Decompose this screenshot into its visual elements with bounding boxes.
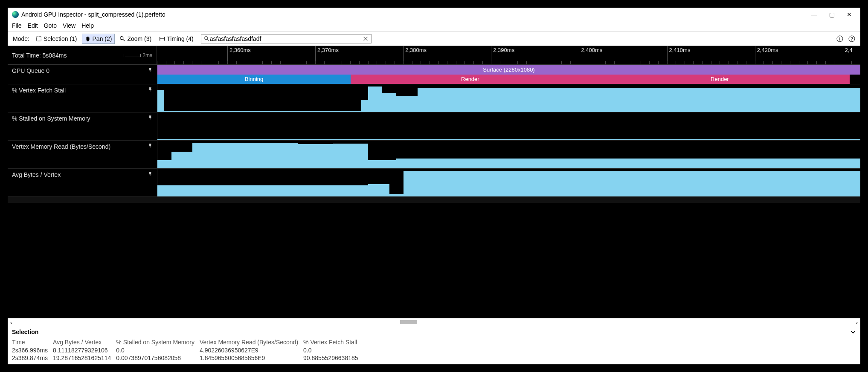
hand-icon bbox=[85, 36, 91, 42]
metric-chart[interactable] bbox=[157, 169, 860, 196]
total-time-label: Total Time: 5s084ms bbox=[12, 52, 67, 59]
pin-icon[interactable] bbox=[148, 87, 153, 92]
search-icon bbox=[204, 36, 210, 42]
scrollbar-thumb[interactable] bbox=[400, 320, 417, 324]
menu-help[interactable]: Help bbox=[81, 22, 94, 29]
table-row[interactable]: 2s366.996ms8.1111827793291060.04.9022603… bbox=[12, 346, 363, 354]
app-window: Android GPU Inspector - split_compressed… bbox=[8, 8, 860, 364]
timeline-area[interactable]: Total Time: 5s084ms 2ms 2,360ms2,370ms2,… bbox=[8, 46, 860, 318]
track-label: % Stalled on System Memory bbox=[12, 115, 90, 122]
menu-file[interactable]: File bbox=[12, 22, 22, 29]
pin-icon[interactable] bbox=[148, 171, 153, 176]
gpu-queue-content[interactable]: Surface (2280x1080) BinningRenderRender bbox=[157, 65, 860, 84]
metric-chart[interactable] bbox=[157, 112, 860, 140]
svg-text:?: ? bbox=[851, 37, 853, 41]
track-label: Avg Bytes / Vertex bbox=[12, 171, 61, 178]
track-label: Vertex Memory Read (Bytes/Second) bbox=[12, 143, 110, 150]
metric-chart[interactable] bbox=[157, 84, 860, 112]
selection-panel: Selection TimeAvg Bytes / Vertex% Stalle… bbox=[8, 326, 860, 364]
menu-view[interactable]: View bbox=[63, 22, 75, 29]
info-button[interactable] bbox=[835, 34, 845, 44]
window-title: Android GPU Inspector - split_compressed… bbox=[21, 11, 811, 18]
tracks-bottom-gap bbox=[8, 197, 860, 203]
mode-label: Mode: bbox=[11, 35, 31, 42]
minimize-button[interactable]: — bbox=[811, 11, 817, 18]
time-ruler-row: Total Time: 5s084ms 2ms 2,360ms2,370ms2,… bbox=[8, 46, 860, 65]
pin-icon[interactable] bbox=[148, 115, 153, 120]
svg-line-7 bbox=[207, 39, 209, 41]
column-header[interactable]: Time bbox=[12, 338, 53, 346]
maximize-button[interactable]: ▢ bbox=[829, 11, 835, 18]
help-button[interactable]: ? bbox=[847, 34, 857, 44]
close-button[interactable]: ✕ bbox=[847, 11, 852, 18]
search-input[interactable] bbox=[210, 35, 363, 42]
toolbar: Mode: Selection (1) Pan (2) Zoom (3) Tim… bbox=[8, 32, 860, 46]
horizontal-scrollbar[interactable]: ‹ › bbox=[8, 318, 860, 326]
zoom-icon bbox=[119, 36, 125, 42]
menu-goto[interactable]: Goto bbox=[44, 22, 57, 29]
pin-icon[interactable] bbox=[148, 143, 153, 148]
svg-point-1 bbox=[120, 37, 123, 40]
titlebar: Android GPU Inspector - split_compressed… bbox=[8, 8, 860, 21]
track-gpu-queue: GPU Queue 0 Surface (2280x1080) BinningR… bbox=[8, 65, 860, 84]
surface-segment[interactable]: Surface (2280x1080) bbox=[157, 65, 860, 75]
timing-icon bbox=[159, 36, 165, 42]
window-controls: — ▢ ✕ bbox=[811, 11, 856, 18]
svg-line-2 bbox=[123, 39, 125, 41]
column-header[interactable]: % Vertex Fetch Stall bbox=[303, 338, 363, 346]
mode-selection[interactable]: Selection (1) bbox=[33, 34, 80, 44]
queue-segment[interactable]: Binning bbox=[157, 75, 351, 84]
selection-icon bbox=[36, 36, 42, 42]
track-label: GPU Queue 0 bbox=[12, 67, 49, 74]
svg-point-6 bbox=[204, 37, 207, 40]
table-row[interactable]: 2s389.874ms19.2871652816251140.007389701… bbox=[12, 354, 363, 362]
svg-point-12 bbox=[839, 37, 840, 38]
column-header[interactable]: Vertex Memory Read (Bytes/Second) bbox=[200, 338, 303, 346]
scroll-right-icon[interactable]: › bbox=[856, 319, 858, 326]
clear-search-icon[interactable] bbox=[363, 36, 369, 42]
mode-pan[interactable]: Pan (2) bbox=[82, 34, 115, 44]
column-header[interactable]: Avg Bytes / Vertex bbox=[53, 338, 116, 346]
menu-edit[interactable]: Edit bbox=[28, 22, 38, 29]
mode-timing[interactable]: Timing (4) bbox=[156, 34, 197, 44]
selection-title: Selection bbox=[12, 329, 38, 335]
track-row: Vertex Memory Read (Bytes/Second) bbox=[8, 141, 860, 169]
track-label: % Vertex Fetch Stall bbox=[12, 87, 66, 94]
app-icon bbox=[12, 11, 19, 18]
svg-rect-0 bbox=[37, 37, 41, 41]
collapse-icon[interactable] bbox=[850, 329, 856, 335]
queue-segment[interactable]: Render bbox=[351, 75, 589, 84]
queue-segment[interactable]: Render bbox=[590, 75, 850, 84]
track-row: Avg Bytes / Vertex bbox=[8, 169, 860, 197]
time-ruler[interactable]: 2,360ms2,370ms2,380ms2,390ms2,400ms2,410… bbox=[157, 46, 860, 65]
scale-indicator: 2ms bbox=[124, 52, 152, 58]
column-header[interactable]: % Stalled on System Memory bbox=[116, 338, 200, 346]
selection-table: TimeAvg Bytes / Vertex% Stalled on Syste… bbox=[12, 338, 363, 362]
menubar: File Edit Goto View Help bbox=[8, 21, 860, 32]
help-icon: ? bbox=[848, 35, 855, 42]
track-row: % Vertex Fetch Stall bbox=[8, 84, 860, 112]
info-icon bbox=[836, 35, 843, 42]
metric-chart[interactable] bbox=[157, 141, 860, 168]
pin-icon[interactable] bbox=[148, 67, 153, 72]
search-box[interactable] bbox=[201, 34, 372, 43]
mode-zoom[interactable]: Zoom (3) bbox=[116, 34, 154, 44]
track-row: % Stalled on System Memory bbox=[8, 112, 860, 141]
